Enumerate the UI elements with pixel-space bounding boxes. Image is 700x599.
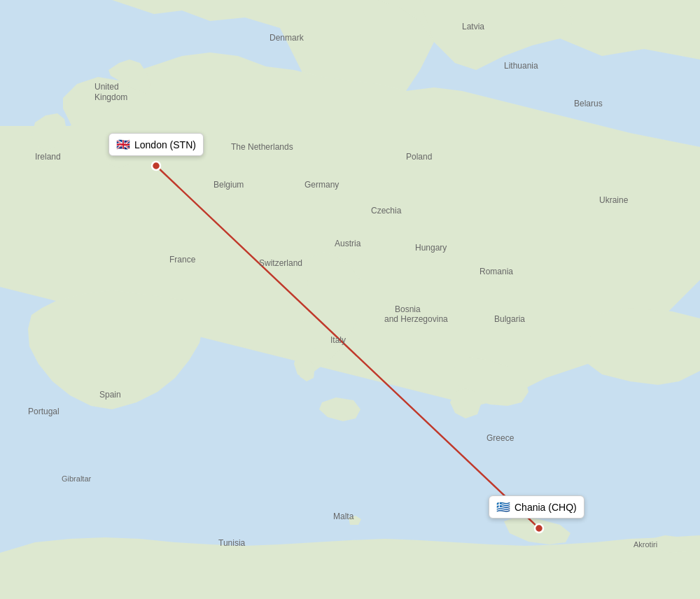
label-latvia: Latvia (462, 22, 484, 31)
origin-flag: 🇬🇧 (116, 138, 130, 151)
label-hungary: Hungary (415, 243, 447, 253)
label-gibraltar: Gibraltar (62, 474, 92, 483)
label-portugal: Portugal (28, 407, 59, 416)
label-italy: Italy (330, 335, 346, 345)
label-denmark: Denmark (270, 33, 304, 43)
label-germany: Germany (304, 180, 339, 190)
label-belarus: Belarus (574, 99, 603, 108)
label-poland: Poland (406, 152, 432, 162)
label-spain: Spain (99, 390, 121, 400)
destination-dot (535, 524, 543, 533)
origin-name: London (STN) (134, 139, 196, 150)
label-switzerland: Switzerland (259, 258, 302, 268)
label-uk-2: Kingdom (94, 92, 127, 102)
label-romania: Romania (479, 267, 513, 276)
label-ukraine: Ukraine (599, 195, 629, 205)
origin-dot (152, 162, 160, 170)
label-tunisia: Tunisia (218, 538, 246, 548)
label-austria: Austria (335, 239, 361, 248)
origin-label: 🇬🇧 London (STN) (108, 133, 204, 156)
label-ireland: Ireland (35, 152, 61, 162)
label-bosnia-2: and Herzegovina (384, 314, 448, 324)
label-greece: Greece (486, 433, 514, 443)
destination-name: Chania (CHQ) (514, 502, 577, 513)
label-malta: Malta (333, 512, 354, 521)
destination-flag: 🇬🇷 (496, 500, 510, 514)
label-bulgaria: Bulgaria (494, 314, 525, 324)
destination-label: 🇬🇷 Chania (CHQ) (489, 495, 584, 519)
label-czechia: Czechia (371, 206, 402, 216)
label-uk-1: United (94, 82, 119, 92)
label-bosnia-1: Bosnia (395, 304, 421, 314)
label-akrotiri: Akrotiri (634, 540, 657, 549)
map-svg: Ireland United Kingdom Denmark Latvia Li… (0, 0, 700, 599)
label-netherlands: The Netherlands (231, 142, 293, 152)
label-belgium: Belgium (214, 180, 244, 190)
label-france: France (169, 255, 196, 265)
label-lithuania: Lithuania (504, 61, 538, 71)
map-container: Ireland United Kingdom Denmark Latvia Li… (0, 0, 700, 599)
